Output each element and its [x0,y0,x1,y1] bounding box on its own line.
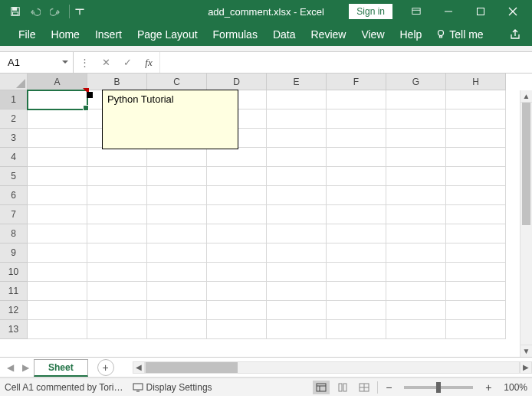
cell[interactable] [87,148,147,167]
row-header[interactable]: 1 [0,90,28,109]
cell[interactable] [147,301,207,320]
cell[interactable] [327,129,386,148]
cell[interactable] [386,320,446,339]
cell[interactable] [87,224,147,243]
cell[interactable] [267,320,327,339]
cell[interactable] [267,263,327,282]
column-header[interactable]: B [87,74,147,90]
cell[interactable] [28,167,87,186]
cell[interactable] [386,167,446,186]
cell[interactable] [207,301,267,320]
cell[interactable] [327,320,386,339]
column-header[interactable]: E [267,74,327,90]
cell[interactable] [87,263,147,282]
fx-icon[interactable]: fx [138,52,159,74]
cell[interactable] [446,301,506,320]
row-header[interactable]: 4 [0,148,28,167]
cell[interactable] [207,148,267,167]
cell[interactable] [87,282,147,301]
cell[interactable] [267,224,327,243]
column-header[interactable]: C [147,74,207,90]
cell[interactable] [386,301,446,320]
formula-input[interactable] [160,52,532,73]
ribbon-display-options-icon[interactable] [400,1,432,22]
tab-view[interactable]: View [353,23,392,46]
cell[interactable] [147,167,207,186]
tab-data[interactable]: Data [265,23,304,46]
cell[interactable] [267,243,327,263]
cell[interactable] [386,129,446,148]
row-header[interactable]: 12 [0,301,28,320]
vertical-scrollbar[interactable]: ▲ ▼ [520,90,532,357]
cell[interactable] [446,263,506,282]
cell[interactable] [327,263,386,282]
name-box[interactable]: A1 [0,52,74,73]
row-header[interactable]: 11 [0,282,28,301]
zoom-in-button[interactable]: + [482,381,494,394]
column-header[interactable]: G [386,74,446,90]
cell[interactable] [147,320,207,339]
sheet-tab[interactable]: Sheet [34,359,88,377]
save-icon[interactable] [6,2,25,21]
cell[interactable] [207,167,267,186]
scroll-right-icon[interactable]: ▶ [520,361,532,374]
zoom-level[interactable]: 100% [504,382,527,393]
customize-qat-icon[interactable] [74,2,85,21]
cell[interactable] [87,205,147,224]
cell[interactable] [386,243,446,263]
cell[interactable] [267,167,327,186]
cell[interactable] [28,243,87,263]
cell[interactable] [267,90,327,109]
sign-in-button[interactable]: Sign in [349,4,392,19]
cell[interactable] [87,243,147,263]
cell[interactable] [446,243,506,263]
cell[interactable] [207,263,267,282]
cell[interactable] [28,90,87,109]
cell[interactable] [28,129,87,148]
cell[interactable] [87,167,147,186]
row-header[interactable]: 13 [0,320,28,339]
column-header[interactable]: A [28,74,87,90]
page-break-view-icon[interactable] [356,381,373,394]
cell[interactable] [147,148,207,167]
redo-icon[interactable] [46,2,64,21]
cell[interactable] [327,148,386,167]
cell[interactable] [87,320,147,339]
horizontal-scroll-thumb[interactable] [146,362,238,373]
cell[interactable] [207,320,267,339]
scroll-down-icon[interactable]: ▼ [521,345,532,357]
column-header[interactable]: F [327,74,386,90]
cell[interactable] [28,186,87,205]
row-header[interactable]: 6 [0,186,28,205]
row-header[interactable]: 3 [0,129,28,148]
zoom-slider-thumb[interactable] [436,382,441,393]
cell[interactable] [386,186,446,205]
page-layout-view-icon[interactable] [334,381,351,394]
cell[interactable] [28,301,87,320]
cell[interactable] [386,263,446,282]
tab-nav-prev-icon[interactable]: ◀ [3,359,17,376]
tab-nav-next-icon[interactable]: ▶ [18,359,32,376]
grid[interactable]: ABCDEFGH12345678910111213 [0,74,506,339]
row-header[interactable]: 2 [0,109,28,129]
cell[interactable] [327,243,386,263]
cell[interactable] [327,109,386,129]
cell[interactable] [28,320,87,339]
tab-help[interactable]: Help [392,23,430,46]
cell[interactable] [147,243,207,263]
column-header[interactable]: H [446,74,506,90]
column-header[interactable]: D [207,74,267,90]
normal-view-icon[interactable] [313,381,330,394]
cell[interactable] [327,282,386,301]
horizontal-scroll-track[interactable] [145,361,520,374]
tab-insert[interactable]: Insert [87,23,130,46]
row-header[interactable]: 5 [0,167,28,186]
cell[interactable] [327,205,386,224]
comment-box[interactable]: Python Tutorial [102,90,238,149]
cell[interactable] [446,129,506,148]
cell[interactable] [267,148,327,167]
tab-file[interactable]: File [11,23,44,46]
cell[interactable] [207,243,267,263]
zoom-slider[interactable] [404,386,473,389]
cell[interactable] [147,282,207,301]
